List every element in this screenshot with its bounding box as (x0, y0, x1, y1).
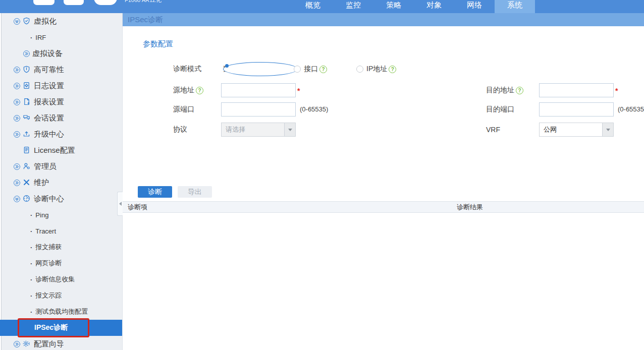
chevron-down-circle-icon[interactable] (13, 18, 21, 25)
device-model-text: F1060 AR1Z化 (125, 0, 162, 4)
chevron-right-circle-icon[interactable] (23, 50, 30, 57)
protocol-selected-value: 请选择 (222, 123, 284, 136)
sidebar-item-session-settings[interactable]: 会话设置 (0, 110, 122, 126)
vrf-label: VRF (486, 123, 500, 137)
protocol-select: 请选择 (221, 123, 296, 137)
sidebar-item-label: 诊断信息收集 (35, 275, 75, 284)
diagnose-button[interactable]: 诊断 (138, 186, 172, 198)
doc-gear-icon (23, 82, 31, 90)
required-asterisk: * (297, 83, 300, 97)
nav-tab-policy[interactable]: 策略 (373, 0, 414, 13)
sidebar-item-ipsec-diagnosis[interactable]: IPSec诊断 (0, 320, 122, 336)
bullet-dot: · (30, 244, 32, 251)
chevron-right-circle-icon[interactable] (13, 98, 21, 106)
sidebar-collapse-handle[interactable] (117, 192, 123, 216)
sidebar-item-log-settings[interactable]: 日志设置 (0, 78, 122, 94)
chevron-right-circle-icon[interactable] (13, 179, 21, 187)
sidebar-item-administrator[interactable]: 管理员 (0, 158, 122, 174)
tools-icon (23, 179, 31, 187)
h3c-logo (33, 0, 119, 5)
nav-tab-network[interactable]: 网络 (454, 0, 495, 13)
page-title: IPSec诊断 (128, 15, 163, 24)
sidebar-item-label: 配置向导 (34, 339, 64, 349)
chevron-right-circle-icon[interactable] (13, 114, 21, 122)
sidebar: 虚拟化·IRF虚拟设备高可靠性日志设置报表设置会话设置升级中心License配置… (0, 13, 123, 350)
breadcrumb: IPSec诊断 (123, 13, 644, 26)
sidebar-item-packet-trace[interactable]: ·报文示踪 (0, 287, 122, 304)
chevron-right-circle-icon[interactable] (13, 82, 21, 90)
source-port-range-hint: (0-65535) (300, 102, 328, 116)
sidebar-item-ping[interactable]: ·Ping (0, 207, 122, 223)
source-port-label: 源端口 (173, 102, 194, 116)
sidebar-item-label: 升级中心 (34, 130, 64, 139)
sidebar-item-maintenance[interactable]: 维护 (0, 174, 122, 191)
nav-tab-overview[interactable]: 概览 (293, 0, 333, 13)
destination-address-input[interactable] (539, 83, 614, 97)
destination-port-label: 目的端口 (486, 102, 514, 116)
protocol-label: 协议 (173, 123, 187, 137)
sidebar-item-label: 管理员 (34, 162, 57, 171)
destination-address-label: 目的地址? (486, 83, 523, 97)
collapse-arrow-icon (119, 202, 122, 206)
nav-tab-objects[interactable]: 对象 (414, 0, 454, 13)
nav-tabs: 概览监控策略对象网络系统 (293, 0, 535, 13)
sidebar-item-upgrade-center[interactable]: 升级中心 (0, 126, 122, 142)
sidebar-item-label: 测试负载均衡配置 (35, 307, 88, 316)
sidebar-item-license-config[interactable]: License配置 (0, 142, 122, 158)
export-button: 导出 (178, 186, 212, 198)
sidebar-item-web-diagnosis[interactable]: ·网页诊断 (0, 255, 122, 271)
gauge-icon (23, 195, 31, 203)
sidebar-item-diagnostic-info-collection[interactable]: ·诊断信息收集 (0, 271, 122, 287)
nav-tab-system[interactable]: 系统 (495, 0, 535, 13)
sidebar-item-tracert[interactable]: ·Tracert (0, 223, 122, 239)
nav-tab-monitor[interactable]: 监控 (333, 0, 373, 13)
sidebar-item-irf[interactable]: ·IRF (0, 29, 122, 45)
chevron-right-circle-icon[interactable] (13, 340, 21, 348)
sidebar-item-high-availability[interactable]: 高可靠性 (0, 62, 122, 78)
destination-port-range-hint: (0-65535) (618, 102, 644, 116)
sidebar-item-diagnostic-center[interactable]: 诊断中心 (0, 191, 122, 207)
sidebar-item-config-wizard[interactable]: 配置向导 (0, 336, 122, 350)
sidebar-item-label: IRF (35, 34, 46, 41)
license-icon (23, 146, 31, 154)
column-header-item: 诊断项 (128, 202, 147, 212)
main-content: 参数配置 诊断模式 数据流?接口?IP地址? 源地址?*目的地址?*源端口(0-… (123, 26, 644, 350)
bullet-dot: · (30, 276, 32, 283)
vrf-select[interactable]: 公网 (539, 123, 614, 137)
sidebar-item-label: Ping (35, 211, 48, 219)
sidebar-item-test-load-balance-config[interactable]: ·测试负载均衡配置 (0, 304, 122, 320)
result-table-header: 诊断项 诊断结果 (123, 201, 644, 213)
vrf-selected-value: 公网 (540, 123, 602, 136)
bullet-dot: · (30, 308, 32, 316)
destination-port-input[interactable] (539, 102, 614, 116)
sidebar-item-report-settings[interactable]: 报表设置 (0, 94, 122, 110)
sidebar-item-label: Tracert (35, 227, 56, 235)
sidebar-item-label: 高可靠性 (34, 65, 64, 75)
chevron-right-circle-icon[interactable] (13, 163, 21, 170)
source-address-input[interactable] (221, 83, 296, 97)
sidebar-item-label: 诊断中心 (34, 194, 64, 204)
sidebar-item-virtual-device[interactable]: 虚拟设备 (0, 45, 122, 62)
shield-check-icon (23, 17, 31, 25)
chevron-down-circle-icon[interactable] (13, 195, 21, 203)
bullet-dot: · (30, 211, 32, 219)
dropdown-arrow-icon[interactable] (602, 123, 613, 136)
source-address-label: 源地址? (173, 83, 203, 97)
action-buttons: 诊断导出 (123, 186, 644, 198)
chevron-right-circle-icon[interactable] (13, 66, 21, 74)
sidebar-item-packet-capture[interactable]: ·报文捕获 (0, 239, 122, 255)
help-icon[interactable]: ? (196, 87, 203, 94)
chevron-right-circle-icon[interactable] (13, 131, 21, 138)
sidebar-item-label: IPSec诊断 (34, 323, 68, 332)
chat-icon (23, 114, 31, 122)
help-icon[interactable]: ? (516, 87, 523, 94)
source-port-input[interactable] (221, 102, 296, 116)
sidebar-item-virtualization[interactable]: 虚拟化 (0, 13, 122, 29)
sidebar-item-label: 报表设置 (34, 97, 64, 107)
gear-icon (23, 340, 31, 348)
doc-plus-icon (23, 98, 31, 106)
sidebar-nav: 虚拟化·IRF虚拟设备高可靠性日志设置报表设置会话设置升级中心License配置… (0, 13, 122, 350)
sidebar-item-label: License配置 (34, 146, 75, 155)
sidebar-item-label: 虚拟设备 (32, 49, 63, 59)
bullet-dot: · (30, 34, 32, 41)
